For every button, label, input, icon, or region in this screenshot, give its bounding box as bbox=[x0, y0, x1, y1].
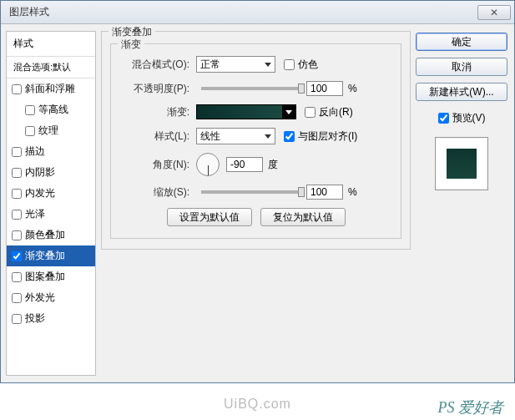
dither-label: 仿色 bbox=[298, 58, 318, 72]
set-default-button[interactable]: 设置为默认值 bbox=[167, 208, 252, 226]
align-label: 与图层对齐(I) bbox=[298, 129, 357, 144]
dither-input[interactable] bbox=[284, 59, 295, 70]
angle-label: 角度(N): bbox=[121, 158, 196, 172]
chevron-down-icon bbox=[265, 134, 271, 139]
style-item-checkbox[interactable] bbox=[12, 147, 22, 157]
style-item-checkbox[interactable] bbox=[12, 168, 22, 178]
main-panel: 渐变叠加 渐变 混合模式(O): 正常 仿色 bbox=[101, 31, 411, 376]
gradient-inner-group: 渐变 混合模式(O): 正常 仿色 不透明度(P): bbox=[110, 43, 401, 239]
titlebar: 图层样式 ✕ bbox=[1, 1, 514, 24]
style-item-1[interactable]: 等高线 bbox=[7, 99, 95, 120]
style-item-label: 光泽 bbox=[25, 207, 45, 221]
preview-label: 预览(V) bbox=[452, 111, 486, 125]
cancel-button[interactable]: 取消 bbox=[416, 58, 507, 76]
preview-swatch bbox=[447, 149, 477, 179]
opacity-slider[interactable] bbox=[201, 87, 301, 90]
scale-percent: % bbox=[348, 186, 357, 198]
scale-slider[interactable] bbox=[201, 190, 301, 194]
style-item-checkbox[interactable] bbox=[12, 314, 22, 324]
scale-input[interactable] bbox=[306, 185, 343, 200]
align-checkbox[interactable]: 与图层对齐(I) bbox=[284, 129, 357, 144]
style-item-label: 斜面和浮雕 bbox=[25, 82, 75, 96]
style-item-label: 投影 bbox=[25, 311, 45, 326]
new-style-button[interactable]: 新建样式(W)... bbox=[416, 83, 507, 101]
style-item-checkbox[interactable] bbox=[12, 230, 22, 240]
preview-checkbox[interactable]: 预览(V) bbox=[416, 111, 507, 125]
style-item-9[interactable]: 图案叠加 bbox=[7, 266, 95, 287]
layer-style-window: 图层样式 ✕ 样式 混合选项:默认 斜面和浮雕等高线纹理描边内阴影内发光光泽颜色… bbox=[0, 0, 515, 383]
gradient-overlay-group: 渐变叠加 渐变 混合模式(O): 正常 仿色 bbox=[101, 31, 411, 250]
style-item-7[interactable]: 颜色叠加 bbox=[7, 225, 95, 245]
style-item-label: 渐变叠加 bbox=[25, 249, 65, 263]
style-item-checkbox[interactable] bbox=[12, 84, 22, 94]
style-item-2[interactable]: 纹理 bbox=[7, 120, 95, 141]
blend-mode-value: 正常 bbox=[200, 58, 220, 72]
style-item-label: 描边 bbox=[25, 144, 45, 159]
opacity-input[interactable] bbox=[306, 81, 343, 96]
scale-label: 缩放(S): bbox=[121, 185, 196, 200]
angle-input[interactable] bbox=[226, 157, 263, 172]
style-label: 样式(L): bbox=[121, 129, 196, 144]
style-item-checkbox[interactable] bbox=[25, 126, 35, 136]
opacity-label: 不透明度(P): bbox=[121, 82, 196, 96]
inner-group-title: 渐变 bbox=[118, 38, 144, 52]
gradient-label: 渐变: bbox=[121, 105, 196, 119]
close-icon: ✕ bbox=[490, 7, 498, 18]
style-item-11[interactable]: 投影 bbox=[7, 308, 95, 329]
angle-unit: 度 bbox=[268, 158, 278, 172]
style-item-label: 图案叠加 bbox=[25, 270, 65, 284]
blend-mode-label: 混合模式(O): bbox=[121, 58, 196, 72]
close-button[interactable]: ✕ bbox=[477, 5, 511, 20]
window-body: 样式 混合选项:默认 斜面和浮雕等高线纹理描边内阴影内发光光泽颜色叠加渐变叠加图… bbox=[1, 24, 514, 382]
watermark-url: UiBQ.com bbox=[224, 397, 291, 412]
style-item-5[interactable]: 内发光 bbox=[7, 183, 95, 204]
gradient-picker[interactable] bbox=[196, 104, 296, 119]
style-value: 线性 bbox=[200, 129, 220, 144]
styles-sidebar: 样式 混合选项:默认 斜面和浮雕等高线纹理描边内阴影内发光光泽颜色叠加渐变叠加图… bbox=[6, 31, 96, 376]
style-item-checkbox[interactable] bbox=[12, 251, 22, 261]
style-item-10[interactable]: 外发光 bbox=[7, 287, 95, 308]
watermark-logo: PS 爱好者 bbox=[438, 397, 504, 417]
style-item-checkbox[interactable] bbox=[12, 210, 22, 220]
style-item-checkbox[interactable] bbox=[12, 293, 22, 303]
style-item-label: 颜色叠加 bbox=[25, 228, 65, 242]
preview-input[interactable] bbox=[438, 113, 449, 124]
window-title: 图层样式 bbox=[9, 5, 49, 19]
blend-mode-dropdown[interactable]: 正常 bbox=[196, 56, 275, 73]
align-input[interactable] bbox=[284, 131, 295, 142]
reverse-checkbox[interactable]: 反向(R) bbox=[305, 105, 353, 119]
ok-button[interactable]: 确定 bbox=[416, 33, 507, 51]
style-item-6[interactable]: 光泽 bbox=[7, 204, 95, 225]
sidebar-header: 样式 bbox=[7, 32, 95, 57]
style-item-checkbox[interactable] bbox=[25, 105, 35, 115]
sidebar-blend-options[interactable]: 混合选项:默认 bbox=[7, 57, 95, 78]
style-item-label: 等高线 bbox=[38, 103, 68, 117]
style-item-label: 外发光 bbox=[25, 291, 55, 305]
preview-box bbox=[435, 137, 488, 190]
reset-default-button[interactable]: 复位为默认值 bbox=[260, 208, 346, 226]
style-item-4[interactable]: 内阴影 bbox=[7, 162, 95, 183]
style-list: 斜面和浮雕等高线纹理描边内阴影内发光光泽颜色叠加渐变叠加图案叠加外发光投影 bbox=[7, 78, 95, 329]
style-item-label: 纹理 bbox=[38, 124, 58, 138]
chevron-down-icon bbox=[265, 63, 271, 67]
style-item-checkbox[interactable] bbox=[12, 272, 22, 282]
style-item-label: 内阴影 bbox=[25, 165, 55, 180]
style-item-checkbox[interactable] bbox=[12, 189, 22, 199]
style-item-0[interactable]: 斜面和浮雕 bbox=[7, 78, 95, 99]
style-item-8[interactable]: 渐变叠加 bbox=[7, 245, 95, 266]
style-item-3[interactable]: 描边 bbox=[7, 141, 95, 162]
right-column: 确定 取消 新建样式(W)... 预览(V) bbox=[416, 31, 507, 376]
style-item-label: 内发光 bbox=[25, 186, 55, 200]
angle-dial[interactable] bbox=[196, 153, 220, 176]
dither-checkbox[interactable]: 仿色 bbox=[284, 58, 318, 72]
reverse-label: 反向(R) bbox=[319, 105, 353, 119]
reverse-input[interactable] bbox=[305, 107, 316, 118]
opacity-percent: % bbox=[348, 83, 357, 94]
chevron-down-icon[interactable] bbox=[282, 105, 295, 119]
style-dropdown[interactable]: 线性 bbox=[196, 128, 275, 144]
